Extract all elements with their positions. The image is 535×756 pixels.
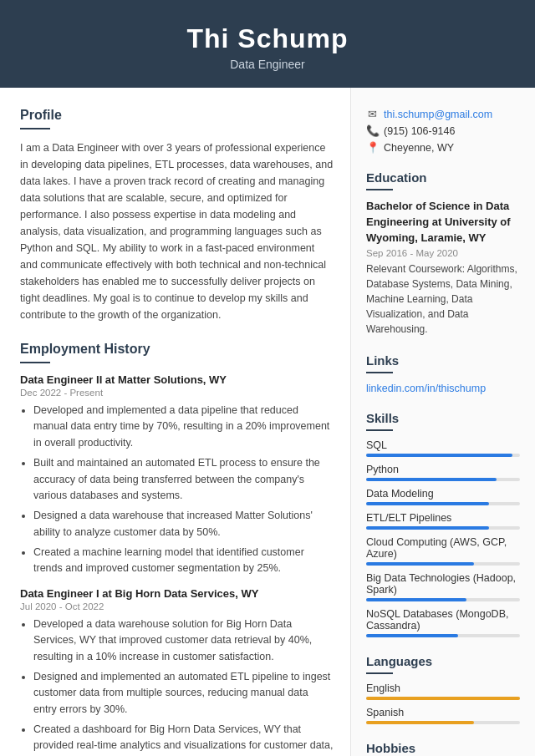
skill-bar-fill [366,562,474,566]
header: Thi Schump Data Engineer [0,0,535,88]
list-item: Designed and implemented an automated ET… [33,669,334,718]
left-column: Profile I am a Data Engineer with over 3… [0,88,351,756]
profile-divider [20,128,50,129]
linkedin-link[interactable]: linkedin.com/in/thischump [366,383,486,394]
skill-item: SQL [366,439,520,457]
skill-bar-fill [366,598,466,601]
contact-phone-item: 📞 (915) 106-9146 [366,124,520,137]
email-link[interactable]: thi.schump@gmail.com [384,109,492,120]
body-content: Profile I am a Data Engineer with over 3… [0,88,535,756]
languages-container: EnglishSpanish [366,682,520,724]
skill-item: Python [366,464,520,481]
edu-coursework: Relevant Coursework: Algorithms, Databas… [366,261,520,337]
links-title: Links [366,353,520,368]
languages-divider [366,672,393,674]
skill-bar-fill [366,478,497,481]
skill-bar-fill [366,526,489,530]
skill-name: Python [366,464,520,475]
language-bar-background [366,721,520,724]
skill-item: Data Modeling [366,488,520,505]
phone-icon: 📞 [366,124,378,137]
contact-email-item: ✉ thi.schump@gmail.com [366,108,520,120]
skill-name: NoSQL Databases (MongoDB, Cassandra) [366,608,520,632]
contact-location: Cheyenne, WY [384,142,454,154]
language-name: English [366,682,520,694]
language-item: English [366,682,520,700]
skill-bar-background [366,562,520,566]
skills-title: Skills [366,411,520,425]
header-name: Thi Schump [17,23,518,54]
email-icon: ✉ [366,108,378,120]
skill-bar-background [366,454,520,457]
skill-name: Cloud Computing (AWS, GCP, Azure) [366,536,520,560]
education-section: Education Bachelor of Science in Data En… [366,170,520,337]
job-bullets: Developed and implemented a data pipelin… [20,403,334,577]
edu-date: Sep 2016 - May 2020 [366,248,520,258]
job-item: Data Engineer I at Big Horn Data Service… [20,587,334,756]
location-icon: 📍 [366,141,378,154]
list-item: Developed and implemented a data pipelin… [33,403,334,451]
list-item: Created a dashboard for Big Horn Data Se… [33,722,334,756]
skill-bar-fill [366,454,512,457]
edu-degree: Bachelor of Science in Data Engineering … [366,199,520,246]
skill-name: Data Modeling [366,488,520,500]
resume-wrapper: Thi Schump Data Engineer Profile I am a … [0,0,535,756]
employment-title: Employment History [20,342,334,357]
job-bullets: Developed a data warehouse solution for … [20,616,334,756]
list-item: Created a machine learning model that id… [33,545,334,577]
job-title: Data Engineer I at Big Horn Data Service… [20,587,334,600]
job-date: Jul 2020 - Oct 2022 [20,601,334,611]
education-title: Education [366,170,520,185]
list-item: Developed a data warehouse solution for … [33,616,334,665]
skills-divider [366,429,393,431]
job-date: Dec 2022 - Present [20,388,334,398]
profile-title: Profile [20,108,334,123]
skill-item: Cloud Computing (AWS, GCP, Azure) [366,536,520,566]
language-item: Spanish [366,707,520,724]
skills-container: SQLPythonData ModelingETL/ELT PipelinesC… [366,439,520,637]
education-divider [366,189,393,190]
language-name: Spanish [366,707,520,718]
language-bar-background [366,697,520,700]
hobbies-title: Hobbies [366,741,520,755]
skill-bar-fill [366,634,458,637]
languages-title: Languages [366,654,520,668]
skill-item: NoSQL Databases (MongoDB, Cassandra) [366,608,520,637]
language-bar-fill [366,721,474,724]
skill-item: Big Data Technologies (Hadoop, Spark) [366,572,520,601]
skill-bar-fill [366,502,489,505]
contact-section: ✉ thi.schump@gmail.com 📞 (915) 106-9146 … [366,108,520,154]
skill-item: ETL/ELT Pipelines [366,512,520,530]
skill-bar-background [366,634,520,637]
list-item: Designed a data warehouse that increased… [33,508,334,540]
languages-section: Languages EnglishSpanish [366,654,520,724]
header-title: Data Engineer [17,58,518,71]
right-column: ✉ thi.schump@gmail.com 📞 (915) 106-9146 … [351,88,535,756]
list-item: Built and maintained an automated ETL pr… [33,455,334,504]
contact-phone: (915) 106-9146 [384,125,455,137]
language-bar-fill [366,697,520,700]
links-divider [366,372,393,373]
job-item: Data Engineer II at Matter Solutions, WY… [20,373,334,577]
skills-section: Skills SQLPythonData ModelingETL/ELT Pip… [366,411,520,637]
employment-section: Employment History Data Engineer II at M… [20,342,334,756]
jobs-container: Data Engineer II at Matter Solutions, WY… [20,373,334,756]
skill-name: SQL [366,439,520,451]
skill-name: ETL/ELT Pipelines [366,512,520,524]
skill-bar-background [366,598,520,601]
skill-name: Big Data Technologies (Hadoop, Spark) [366,572,520,596]
employment-divider [20,362,50,363]
profile-text: I am a Data Engineer with over 3 years o… [20,140,334,323]
skill-bar-background [366,478,520,481]
profile-section: Profile I am a Data Engineer with over 3… [20,108,334,323]
hobbies-section: Hobbies [366,741,520,756]
contact-location-item: 📍 Cheyenne, WY [366,141,520,154]
links-section: Links linkedin.com/in/thischump [366,353,520,394]
skill-bar-background [366,502,520,505]
job-title: Data Engineer II at Matter Solutions, WY [20,373,334,386]
skill-bar-background [366,526,520,530]
